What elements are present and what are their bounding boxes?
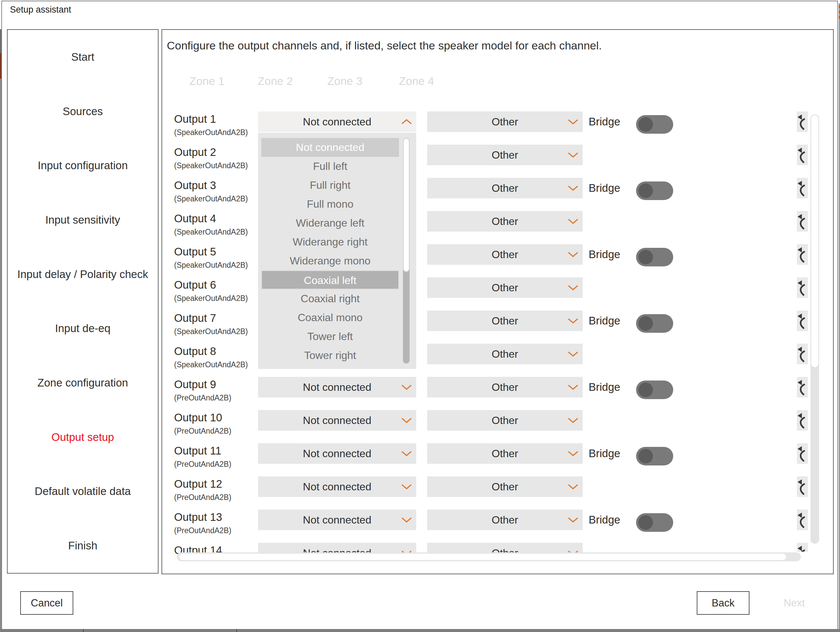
horizontal-scrollbar-track[interactable] — [177, 552, 801, 561]
bridge-label: Bridge — [589, 443, 635, 464]
bridge-toggle[interactable] — [636, 447, 673, 466]
dropdown-option-not-connected[interactable]: Not connected — [261, 138, 399, 157]
dropdown-option-full-right[interactable]: Full right — [261, 176, 399, 195]
dropdown-option-widerange-mono[interactable]: Widerange mono — [261, 251, 399, 270]
speaker-model-select[interactable]: Other — [427, 311, 583, 331]
reset-button[interactable] — [797, 510, 808, 530]
background-window-sliver-right-dash1 — [839, 5, 840, 8]
cancel-button[interactable]: Cancel — [20, 591, 73, 615]
bridge-toggle[interactable] — [636, 182, 673, 200]
reset-button[interactable] — [797, 443, 808, 464]
wizard-steps-sidebar: StartSourcesInput configurationInput sen… — [7, 29, 158, 574]
dropdown-option-coaxial-right[interactable]: Coaxial right — [261, 289, 399, 308]
dropdown-option-coaxial-mono[interactable]: Coaxial mono — [261, 308, 399, 327]
sidebar-step-output-setup[interactable]: Output setup — [51, 431, 114, 444]
dropdown-scrollbar-thumb[interactable] — [403, 138, 409, 272]
undo-arrow-icon — [797, 410, 808, 431]
output-type-label: (SpeakerOutAndA2B) — [174, 327, 248, 336]
output-type-label: (PreOutAndA2B) — [174, 460, 232, 469]
output-type-label: (SpeakerOutAndA2B) — [174, 294, 248, 303]
sidebar-step-input-de-eq[interactable]: Input de-eq — [55, 322, 111, 335]
dropdown-option-widerange-right[interactable]: Widerange right — [261, 232, 399, 251]
reset-button[interactable] — [797, 344, 808, 364]
background-window-sliver-right-dash3 — [839, 16, 840, 19]
sidebar-step-input-sensitivity[interactable]: Input sensitivity — [46, 214, 120, 226]
zone-tab-2[interactable]: Zone 2 — [258, 75, 293, 88]
sidebar-step-input-delay-polarity-check[interactable]: Input delay / Polarity check — [17, 268, 148, 281]
speaker-model-select[interactable]: Other — [427, 510, 583, 530]
speaker-model-select[interactable]: Other — [427, 277, 583, 298]
sidebar-step-sources[interactable]: Sources — [63, 105, 103, 118]
connection-select-open[interactable]: Not connected — [258, 111, 416, 132]
connection-select[interactable]: Not connected — [258, 543, 416, 553]
speaker-model-select[interactable]: Other — [427, 211, 583, 232]
sidebar-step-zone-configuration[interactable]: Zone configuration — [38, 376, 128, 389]
output-type-label: (PreOutAndA2B) — [174, 493, 232, 502]
bridge-toggle[interactable] — [636, 381, 673, 399]
connection-select[interactable]: Not connected — [258, 510, 416, 530]
zone-tab-4[interactable]: Zone 4 — [399, 75, 434, 88]
bridge-toggle[interactable] — [636, 314, 673, 333]
speaker-model-select-value: Other — [427, 145, 583, 165]
next-button[interactable]: Next — [776, 591, 813, 615]
reset-button[interactable] — [797, 244, 808, 265]
speaker-model-select[interactable]: Other — [427, 111, 583, 132]
connection-select[interactable]: Not connected — [258, 410, 416, 431]
bridge-toggle[interactable] — [636, 115, 673, 134]
connection-select[interactable]: Not connected — [258, 377, 416, 397]
speaker-model-select[interactable]: Other — [427, 145, 583, 165]
reset-button[interactable] — [797, 543, 808, 552]
sidebar-step-input-configuration[interactable]: Input configuration — [38, 159, 128, 172]
reset-button[interactable] — [797, 476, 808, 497]
dropdown-option-tower-left[interactable]: Tower left — [261, 327, 399, 346]
bridge-label: Bridge — [589, 510, 635, 530]
window-title: Setup assistant — [10, 5, 71, 15]
speaker-model-select[interactable]: Other — [427, 244, 583, 265]
dropdown-option-full-mono[interactable]: Full mono — [261, 195, 399, 214]
speaker-model-select[interactable]: Other — [427, 543, 583, 553]
reset-button[interactable] — [797, 311, 808, 331]
sidebar-step-start[interactable]: Start — [71, 51, 95, 63]
connection-select-value: Not connected — [258, 510, 416, 530]
speaker-model-select[interactable]: Other — [427, 377, 583, 397]
vertical-scrollbar-thumb[interactable] — [810, 114, 819, 368]
vertical-scrollbar-track[interactable] — [810, 114, 819, 544]
chevron-down-icon — [567, 450, 579, 457]
reset-button[interactable] — [797, 145, 808, 165]
undo-arrow-icon — [797, 377, 808, 397]
connection-select[interactable]: Not connected — [258, 476, 416, 497]
speaker-model-select[interactable]: Other — [427, 476, 583, 497]
speaker-model-select-value: Other — [427, 178, 583, 198]
reset-button[interactable] — [797, 377, 808, 397]
zone-tab-3[interactable]: Zone 3 — [327, 75, 362, 88]
dropdown-option-tower-right[interactable]: Tower right — [261, 346, 399, 365]
speaker-model-select[interactable]: Other — [427, 443, 583, 464]
undo-arrow-icon — [797, 178, 808, 198]
back-button[interactable]: Back — [697, 591, 750, 615]
bridge-toggle[interactable] — [636, 248, 673, 266]
reset-button[interactable] — [797, 111, 808, 132]
dropdown-option-coaxial-left[interactable]: Coaxial left — [261, 270, 399, 289]
reset-button[interactable] — [797, 410, 808, 431]
speaker-model-select[interactable]: Other — [427, 410, 583, 431]
bridge-toggle[interactable] — [636, 513, 673, 532]
dropdown-option-widerange-left[interactable]: Widerange left — [261, 214, 399, 232]
reset-button[interactable] — [797, 178, 808, 198]
reset-button[interactable] — [797, 211, 808, 232]
undo-arrow-icon — [797, 311, 808, 331]
connection-select[interactable]: Not connected — [258, 443, 416, 464]
horizontal-scrollbar-thumb[interactable] — [179, 554, 786, 560]
speaker-model-select-value: Other — [427, 311, 583, 331]
zone-tab-1[interactable]: Zone 1 — [189, 75, 224, 88]
bridge-toggle-knob — [638, 382, 653, 397]
dropdown-scrollbar-track[interactable] — [403, 138, 409, 363]
dropdown-option-full-left[interactable]: Full left — [261, 157, 399, 176]
speaker-model-select[interactable]: Other — [427, 344, 583, 364]
sidebar-step-default-volatile-data[interactable]: Default volatile data — [35, 485, 131, 498]
chevron-down-icon — [567, 517, 579, 523]
speaker-model-select[interactable]: Other — [427, 178, 583, 198]
reset-button[interactable] — [797, 277, 808, 298]
sidebar-step-finish[interactable]: Finish — [68, 539, 97, 552]
connection-select-value: Not connected — [258, 410, 416, 431]
output-label: Output 7 — [174, 312, 216, 324]
